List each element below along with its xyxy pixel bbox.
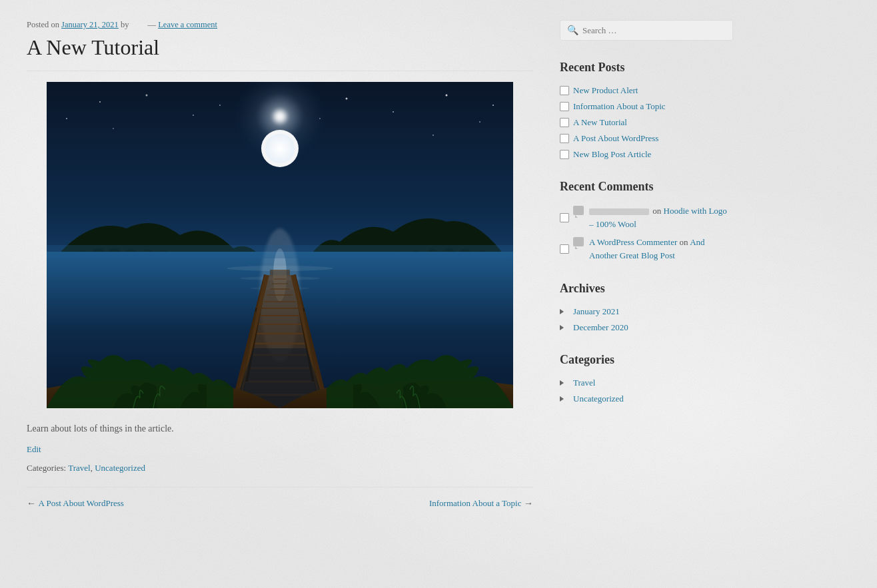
comment-icon-2 xyxy=(573,237,584,246)
list-item: Information About a Topic xyxy=(560,101,733,112)
recent-post-link-4[interactable]: A Post About WordPress xyxy=(573,133,658,143)
search-widget: 🔍 xyxy=(560,20,733,41)
list-item: A Post About WordPress xyxy=(560,133,733,144)
recent-posts-title: Recent Posts xyxy=(560,61,733,75)
commenter-placeholder-1 xyxy=(589,208,649,215)
list-item: New Blog Post Article xyxy=(560,149,733,160)
categories-title: Categories xyxy=(560,353,733,367)
post-date-link[interactable]: January 21, 2021 xyxy=(61,20,119,29)
recent-posts-list: New Product Alert Information About a To… xyxy=(560,85,733,160)
list-item: New Product Alert xyxy=(560,85,733,96)
category-link-2[interactable]: Uncategorized xyxy=(573,394,624,404)
comment-on-label-2: on xyxy=(680,237,690,247)
categories-label: Categories: xyxy=(27,463,66,473)
list-item: Travel xyxy=(560,378,733,388)
archives-title: Archives xyxy=(560,282,733,296)
leave-comment-link[interactable]: Leave a comment xyxy=(158,20,217,29)
archives-widget: Archives January 2021 December 2020 xyxy=(560,282,733,333)
comment-item-2: A WordPress Commenter on And Another Gre… xyxy=(560,236,733,262)
comment-icon-1 xyxy=(573,206,584,215)
archive-link-1[interactable]: January 2021 xyxy=(573,306,620,316)
svg-rect-31 xyxy=(270,270,290,275)
comment-text-1: on Hoodie with Logo – 100% Wool xyxy=(589,204,733,230)
recent-comments-title: Recent Comments xyxy=(560,180,733,194)
category-travel-link[interactable]: Travel xyxy=(68,463,90,473)
svg-point-3 xyxy=(265,134,295,163)
svg-point-5 xyxy=(146,95,148,97)
category-uncategorized-link[interactable]: Uncategorized xyxy=(95,463,145,473)
recent-posts-widget: Recent Posts New Product Alert Informati… xyxy=(560,61,733,160)
svg-point-4 xyxy=(99,101,101,103)
recent-post-link-3[interactable]: A New Tutorial xyxy=(573,117,627,127)
archives-list: January 2021 December 2020 xyxy=(560,306,733,333)
posted-on-label: Posted on xyxy=(27,20,59,29)
comment-on-label-1: on xyxy=(652,206,663,216)
post-navigation: A Post About WordPress Information About… xyxy=(27,487,533,509)
post-categories: Categories: Travel, Uncategorized xyxy=(27,463,533,473)
comments-list: on Hoodie with Logo – 100% Wool A WordPr… xyxy=(560,204,733,262)
post-edit-container: Edit xyxy=(27,444,533,455)
svg-point-6 xyxy=(193,115,194,116)
next-post-nav: Information About a Topic xyxy=(429,498,533,509)
post-image-container xyxy=(27,82,533,411)
prev-post-nav: A Post About WordPress xyxy=(27,498,124,509)
next-post-link[interactable]: Information About a Topic xyxy=(429,498,522,508)
post-title: A New Tutorial xyxy=(27,35,533,60)
search-icon: 🔍 xyxy=(567,25,578,36)
post-edit-link[interactable]: Edit xyxy=(27,444,41,454)
post-excerpt: Learn about lots of things in the articl… xyxy=(27,422,533,436)
list-item: Uncategorized xyxy=(560,394,733,404)
post-divider xyxy=(27,71,533,71)
svg-point-11 xyxy=(113,128,114,129)
recent-post-link-1[interactable]: New Product Alert xyxy=(573,85,638,95)
recent-comments-widget: Recent Comments on Hoodie with Logo – 10… xyxy=(560,180,733,262)
comment-item-1: on Hoodie with Logo – 100% Wool xyxy=(560,204,733,230)
list-item: January 2021 xyxy=(560,306,733,317)
svg-rect-32 xyxy=(47,245,513,258)
svg-point-12 xyxy=(433,135,434,136)
svg-point-13 xyxy=(66,118,67,119)
by-label: by xyxy=(121,20,129,29)
search-input[interactable] xyxy=(582,25,726,36)
svg-point-7 xyxy=(346,98,348,100)
archive-link-2[interactable]: December 2020 xyxy=(573,322,628,332)
svg-point-16 xyxy=(219,105,221,106)
recent-post-link-5[interactable]: New Blog Post Article xyxy=(573,149,651,159)
svg-point-15 xyxy=(319,118,321,119)
list-item: December 2020 xyxy=(560,322,733,333)
svg-point-9 xyxy=(446,95,448,97)
svg-point-14 xyxy=(492,105,494,106)
svg-point-8 xyxy=(393,111,394,113)
comment-text-2: A WordPress Commenter on And Another Gre… xyxy=(589,236,733,262)
list-item: A New Tutorial xyxy=(560,117,733,128)
post-image xyxy=(27,82,533,408)
sidebar: 🔍 Recent Posts New Product Alert Informa… xyxy=(560,13,733,509)
main-content: Posted on January 21, 2021 by — Leave a … xyxy=(27,13,533,509)
category-link-1[interactable]: Travel xyxy=(573,378,595,388)
commenter-link-2[interactable]: A WordPress Commenter xyxy=(589,237,677,247)
recent-post-link-2[interactable]: Information About a Topic xyxy=(573,101,666,111)
svg-point-10 xyxy=(479,121,480,123)
prev-post-link[interactable]: A Post About WordPress xyxy=(39,498,124,508)
post-meta: Posted on January 21, 2021 by — Leave a … xyxy=(27,20,533,30)
categories-list: Travel Uncategorized xyxy=(560,378,733,404)
categories-widget: Categories Travel Uncategorized xyxy=(560,353,733,404)
